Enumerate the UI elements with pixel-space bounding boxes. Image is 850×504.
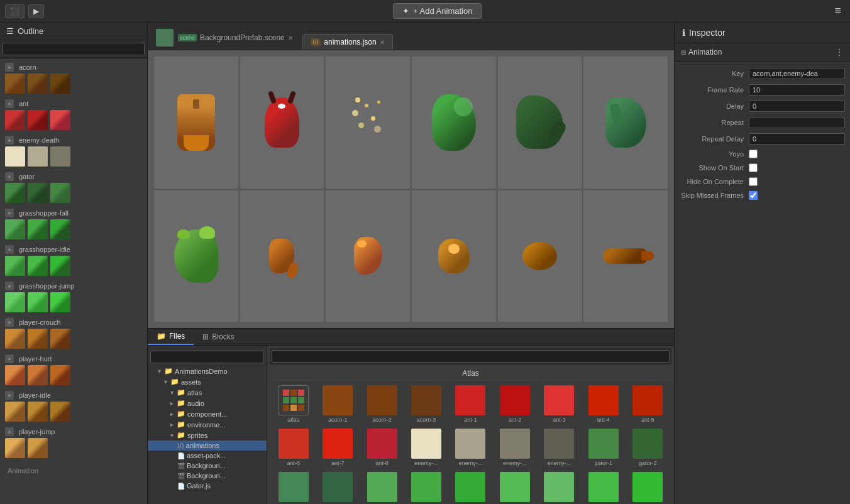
files-search [148,348,267,366]
atlas-item-grassh-5[interactable]: grassh... [538,470,580,504]
blocks-tab-label: Blocks [212,332,234,341]
file-label: sprites [187,432,207,439]
file-tree-item-sprites[interactable]: ▼ 📁 sprites [148,430,267,441]
add-animation-button[interactable]: ✦ + Add Animation [393,3,482,19]
anim-name-player-crouch[interactable]: player-crouch [16,317,63,327]
outline-search-input[interactable] [3,43,145,55]
atlas-item-acorn-1[interactable]: acorn-1 [316,383,358,425]
add-anim-small-button[interactable]: + [5,172,14,181]
list-item: + grasshopper-idle [0,243,147,280]
blocks-search-input[interactable] [272,350,670,363]
tab-animations-json[interactable]: ⟨/⟩ animations.json ✕ [302,34,393,50]
anim-name-grasshopper-idle[interactable]: grasshopper-idle [16,244,73,255]
atlas-item-ant-3[interactable]: ant-3 [538,383,580,425]
atlas-item-ant-6[interactable]: ant-6 [272,427,314,468]
file-tree-item-assets[interactable]: ▼ 📁 assets [148,376,267,387]
file-tree-item-animations-demo[interactable]: ▼ 📁 AnimationsDemo [148,366,267,376]
add-anim-small-button[interactable]: + [5,209,14,217]
add-anim-small-button[interactable]: + [5,245,14,254]
tab-blocks[interactable]: ⊞ Blocks [194,329,243,345]
section-options-button[interactable]: ⋮ [835,47,844,57]
atlas-item-ant-7[interactable]: ant-7 [316,427,358,468]
tab-close-bg[interactable]: ✕ [288,35,293,41]
add-anim-small-button[interactable]: + [5,354,14,363]
file-tree-item-environment[interactable]: ► 📁 environme... [148,419,267,430]
atlas-item-gator-3[interactable]: gator-3 [272,470,314,504]
tab-close-anim[interactable]: ✕ [380,39,385,46]
anim-name-acorn[interactable]: acorn [16,62,39,72]
atlas-item-ant-1[interactable]: ant-1 [450,383,492,425]
add-anim-small-button[interactable]: + [5,136,14,145]
repeat-input[interactable] [749,117,845,128]
atlas-item-ant-8[interactable]: ant-8 [361,427,403,468]
anim-name-ant[interactable]: ant [16,99,31,109]
atlas-thumb [632,472,663,502]
add-anim-small-button[interactable]: + [5,391,14,400]
anim-sprites-grasshopper-idle [5,255,142,278]
atlas-item-grassh-2[interactable]: grassh... [405,470,447,504]
atlas-item-acorn-3[interactable]: acorn-3 [405,383,447,425]
atlas-item-ant-4[interactable]: ant-4 [582,383,624,425]
collapse-button[interactable]: ⊟ [681,49,686,56]
file-tree-item-audio[interactable]: ► 📁 audio [148,398,267,408]
file-tree-item-background2[interactable]: 🎬 Backgroun... [148,471,267,481]
stop-button[interactable]: ⬛ [5,4,25,18]
field-row-hide-on-complete: Hide On Complete [680,176,845,187]
repeat-delay-input[interactable] [749,133,845,145]
add-anim-small-button[interactable]: + [5,427,14,436]
file-tree-item-asset-pack[interactable]: 📄 asset-pack... [148,451,267,461]
hide-on-complete-checkbox[interactable] [749,177,758,186]
anim-name-player-hurt[interactable]: player-hurt [16,354,55,364]
anim-name-enemy-death[interactable]: enemy-death [16,135,62,145]
add-anim-small-button[interactable]: + [5,63,14,72]
atlas-item-enemy-2[interactable]: enemy-... [450,427,492,468]
atlas-item-enemy-4[interactable]: enemy-... [538,427,580,468]
atlas-item-grassh-7[interactable]: grassh... [627,470,669,504]
yoyo-checkbox[interactable] [749,150,758,158]
sprite-thumb [28,402,48,422]
file-tree-item-animations-json[interactable]: ⟨/⟩ animations [148,441,267,451]
file-tree-item-atlas[interactable]: ▼ 📁 atlas [148,387,267,398]
atlas-item-ant-5[interactable]: ant-5 [627,383,669,425]
add-anim-small-button[interactable]: + [5,318,14,327]
atlas-item-name: ant-1 [464,417,477,423]
list-item: + grasshopper-jump [0,280,147,316]
anim-name-player-jump[interactable]: player-jump [16,427,57,437]
atlas-item-grassh-6[interactable]: grassh... [582,470,624,504]
atlas-item-enemy-1[interactable]: enemy-... [405,427,447,468]
file-tree-item-gator-js[interactable]: 📄 Gator.js [148,481,267,491]
atlas-item-grassh-3[interactable]: grassh... [450,470,492,504]
top-bar-left: ⬛ ▶ [5,4,44,18]
add-anim-small-button[interactable]: + [5,282,14,290]
show-on-start-checkbox[interactable] [749,163,758,172]
tab-files[interactable]: 📁 Files [148,329,194,345]
files-search-input[interactable] [150,351,264,363]
atlas-item-atlas[interactable]: atlas [272,383,314,425]
preview-area [148,50,674,328]
atlas-item-grassh-1[interactable]: grassh... [361,470,403,504]
atlas-item-acorn-2[interactable]: acorn-2 [361,383,403,425]
play-button[interactable]: ▶ [28,4,44,18]
anim-name-grasshopper-fall[interactable]: grasshopper-fall [16,208,71,218]
anim-name-player-idle[interactable]: player-idle [16,390,53,400]
atlas-item-name: ant-6 [287,460,300,466]
atlas-item-gator-1[interactable]: gator-1 [582,427,624,468]
repeat-delay-label: Repeat Delay [680,135,749,143]
atlas-item-gator-4[interactable]: gator-4 [316,470,358,504]
skip-missed-frames-checkbox[interactable] [749,191,758,200]
add-anim-small-button[interactable]: + [5,99,14,108]
delay-input[interactable] [749,101,845,112]
file-tree-item-components[interactable]: ► 📁 component... [148,408,267,419]
anim-name-grasshopper-jump[interactable]: grasshopper-jump [16,281,77,291]
anim-name-gator[interactable]: gator [16,172,37,182]
tab-background-prefab[interactable]: scene BackgroundPrefab.scene ✕ [148,25,301,50]
frame-rate-input[interactable] [749,84,845,96]
atlas-item-grassh-4[interactable]: grassh... [494,470,536,504]
atlas-item-enemy-3[interactable]: enemy-... [494,427,536,468]
atlas-item-gator-2[interactable]: gator-2 [627,427,669,468]
atlas-item-ant-2[interactable]: ant-2 [494,383,536,425]
key-field-input[interactable] [749,68,845,79]
atlas-thumb [323,472,353,502]
file-tree-item-background1[interactable]: 🎬 Backgroun... [148,461,267,471]
menu-button[interactable]: ≡ [831,3,845,19]
